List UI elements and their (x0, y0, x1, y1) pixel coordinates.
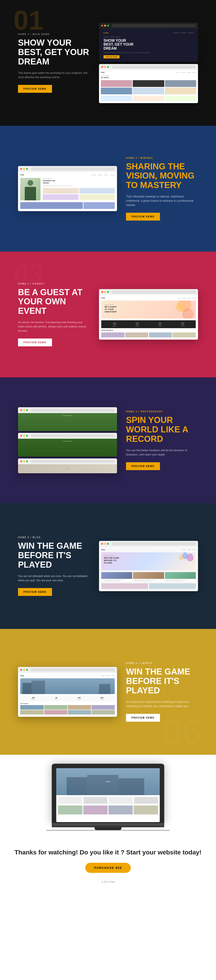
browser-frame-1a: D'NA HOME 1 / MAIN DEMO SHOW YOURBEST, G… (99, 23, 198, 62)
browser-frame-4c: D'NA (18, 458, 117, 473)
preview-btn-5[interactable]: PREVIEW DEMO (18, 588, 52, 596)
browser-frame-2: D'NA (18, 166, 117, 211)
section-title-6: WIN THE GAME BEFORE IT'S PLAYED (126, 667, 198, 695)
section-desc-6: To succeed you need to find something to… (126, 700, 198, 708)
browser-frame-4b: Creative Solutions (18, 433, 117, 457)
section-6: 06 D'NA (0, 629, 216, 755)
home-label-1: HOME 1 / MAIN DEMO (18, 33, 90, 35)
laptop-container: D'NA (0, 755, 216, 840)
mock-cta-1: PREVIEW DEMO (104, 55, 120, 59)
footer-title: Thanks for watching! Do you like it ? St… (5, 849, 211, 856)
section-2: D'NA (0, 126, 216, 251)
browser-frame-4a: Creative Solutions (18, 407, 117, 431)
browser-frame-1b: D'NA Creative Solutions Our Works (99, 64, 198, 103)
mock-desc-1: This theme give better the workshop to y… (104, 52, 194, 54)
section-1: 01 HOME 1 / MAIN DEMO SHOW YOUR BEST, GE… (0, 0, 216, 126)
section-title-5: WIN THE GAME BEFORE IT'S PLAYED (18, 541, 90, 570)
preview-btn-6[interactable]: PREVIEW DEMO (126, 714, 160, 722)
home-label-3: HOME 3 / AGENCY (18, 283, 90, 285)
section-4: Creative Solutions (0, 377, 216, 503)
section-title-2: SHARING THE VISION, MOVING TO MASTERY (126, 162, 198, 190)
browser-frame-3: D'NA Creative Sol (99, 289, 198, 340)
section-title-1: SHOW YOUR BEST, GET YOUR DREAM (18, 38, 90, 66)
preview-btn-1[interactable]: PREVIEW DEMO (18, 85, 52, 93)
section-desc-5: You are not defeated when you lose. You … (18, 574, 90, 583)
preview-btn-3[interactable]: PREVIEW DEMO (18, 339, 52, 346)
section-title-3: BE A GUEST AT YOUR OWN EVENT (18, 288, 90, 316)
section-title-4: SPIN YOUR WORLD LIKE A RECORD (126, 415, 198, 444)
laptop-mockup: D'NA (52, 764, 164, 831)
home-label-4: HOME 4 / PHOTOGRAPHY (126, 410, 198, 413)
home-label-6: HOME 6 / LAUNCH (126, 662, 198, 664)
browser-frame-5: D'NA Crafters Secret Post (99, 541, 198, 591)
copyright: © 2017 D'NA (0, 877, 216, 888)
section-desc-3: No stress. No worries. Full planning and… (18, 320, 90, 333)
section-desc-4: You can find better locations and let th… (126, 448, 198, 457)
mock-title-1: SHOW YOURBEST, GET YOURDREAM (104, 39, 194, 51)
purchase-button[interactable]: PURCHASE $59 (85, 863, 131, 873)
browser-frame-6: D'NA (18, 667, 117, 717)
preview-btn-4[interactable]: PREVIEW DEMO (126, 462, 160, 470)
footer-content: Thanks for watching! Do you like it ? St… (0, 840, 216, 877)
preview-btn-2[interactable]: PREVIEW DEMO (126, 213, 160, 221)
home-label-5: HOME 5 / BLOG (18, 536, 90, 539)
section-7: D'NA (0, 755, 216, 888)
mock-sublabel-1: HOME 1 / MAIN DEMO (104, 36, 194, 38)
section-3: 03 HOME 3 / AGENCY BE A GUEST AT YOUR OW… (0, 251, 216, 377)
section-5: HOME 5 / BLOG WIN THE GAME BEFORE IT'S P… (0, 503, 216, 629)
section-desc-2: Train influential meetings to national, … (126, 194, 198, 208)
home-label-2: HOME 2 / MINIMAL (126, 157, 198, 159)
section-desc-1: This theme give better the workshop to y… (18, 71, 90, 80)
